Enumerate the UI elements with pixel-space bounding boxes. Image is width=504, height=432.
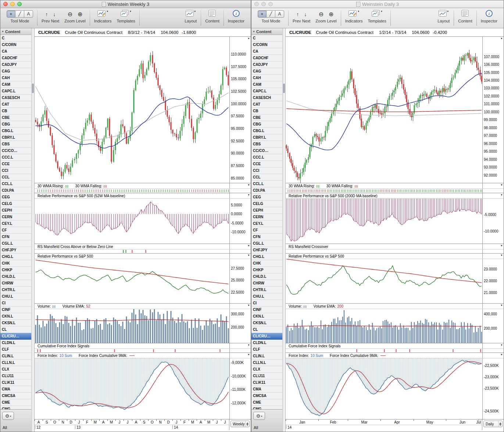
sidebar-item-cam[interactable]: CAM (251, 81, 282, 88)
sidebar-header[interactable]: ▼ Content (0, 28, 31, 35)
zoom-out-button[interactable]: ⊖ (67, 11, 73, 18)
sidebar-item-cadjpy[interactable]: CADJPY (0, 61, 31, 68)
sidebar-item-chfjpy[interactable]: CHFJPY (251, 247, 282, 254)
price-chart-canvas[interactable] (35, 37, 229, 183)
force-index-canvas[interactable] (35, 358, 229, 419)
sidebar-header[interactable]: ▼ Content (251, 28, 282, 35)
sidebar-item-cccl[interactable]: CCC.L (0, 154, 31, 161)
sidebar-item-cbg[interactable]: CBG (0, 121, 31, 128)
sidebar-item-capcl[interactable]: CAPC.L (251, 88, 282, 95)
sidebar-item-ca[interactable]: CA (251, 48, 282, 55)
minimize-button[interactable] (10, 2, 15, 6)
zoom-window-button[interactable] (268, 2, 273, 6)
sidebar-item-clj11[interactable]: CL\J11 (0, 373, 31, 379)
sidebar-item-cadchf[interactable]: CADCHF (251, 55, 282, 61)
sidebar-item-cat[interactable]: CAT (0, 101, 31, 108)
sidebar-item-cl[interactable]: CL (251, 326, 282, 333)
sidebar-item-chkp[interactable]: CHKP (0, 267, 31, 273)
collapse-panel-icon[interactable]: ▼ (247, 244, 250, 247)
rs-chart-canvas[interactable] (286, 259, 482, 303)
sidebar-item-clf[interactable]: CLF (0, 346, 31, 353)
sidebar-item-ceph[interactable]: CEPH (0, 207, 31, 214)
sidebar-item-chtrl[interactable]: CHTR.L (0, 287, 31, 293)
layout-button[interactable]: ▾ (439, 10, 448, 18)
sidebar-item-ccco[interactable]: CC/CO… (0, 148, 31, 154)
close-button[interactable] (254, 2, 259, 6)
content-button[interactable] (208, 10, 216, 18)
sidebar-item-cah[interactable]: CAH (251, 75, 282, 81)
pointer-tool-button[interactable]: ⌖ (258, 10, 267, 18)
sidebar-scrollbar[interactable] (282, 28, 286, 432)
sidebar-item-ccl[interactable]: CCL (0, 174, 31, 181)
sidebar-item-cmcsa[interactable]: CMCSA (0, 393, 31, 399)
sidebar-item-cme[interactable]: CME (251, 399, 282, 406)
sidebar-item-cag[interactable]: CAG (0, 68, 31, 75)
indicators-button[interactable]: ▾ (97, 10, 108, 18)
pointer-tool-button[interactable]: ⌖ (7, 10, 15, 18)
sidebar-item-ci[interactable]: CI (0, 300, 31, 307)
sidebar-item-clk11[interactable]: CL\K11 (0, 379, 31, 386)
sidebar-item-cbryl[interactable]: CBRY.L (0, 134, 31, 141)
sidebar-item-cbgl[interactable]: CBG.L (0, 128, 31, 134)
sidebar-item-cern[interactable]: CERN (0, 214, 31, 220)
sidebar-item-cci[interactable]: CCI (251, 167, 282, 174)
sidebar-item-chfjpy[interactable]: CHFJPY (0, 247, 31, 254)
sidebar-item-casesch[interactable]: CASESCH (0, 95, 31, 101)
sidebar-item-chrw[interactable]: CHRW (0, 280, 31, 287)
sidebar-item-cce[interactable]: CCE (0, 161, 31, 167)
minimize-button[interactable] (261, 2, 266, 6)
sidebar-item-chtrl[interactable]: CHTR.L (251, 287, 282, 293)
rs-chart-canvas[interactable] (35, 259, 229, 303)
sidebar-item-chul[interactable]: CHU.L (251, 293, 282, 300)
collapse-panel-icon[interactable]: ▼ (500, 344, 503, 346)
sidebar-item-cknl[interactable]: CKN.L (251, 313, 282, 320)
zoom-out-button[interactable]: ⊖ (318, 11, 324, 18)
sidebar-item-ceyl[interactable]: CEY.L (251, 220, 282, 227)
sidebar-item-cgll[interactable]: CGL.L (0, 240, 31, 247)
sidebar-item-cksnl[interactable]: CKSN.L (0, 320, 31, 326)
collapse-panel-icon[interactable]: ▼ (500, 194, 503, 196)
titlebar[interactable]: Weinstein Weekly 3 (0, 0, 251, 8)
sidebar-item-chk[interactable]: CHK (251, 260, 282, 267)
sidebar-item-cf[interactable]: CF (0, 227, 31, 234)
text-tool-button[interactable]: A (24, 10, 33, 18)
collapse-panel-icon[interactable]: ▼ (247, 304, 250, 307)
sidebar-item-cma[interactable]: CMA (0, 386, 31, 393)
sidebar-item-ccorn[interactable]: C/CORN (251, 42, 282, 48)
sidebar-item-cl[interactable]: CL (0, 326, 31, 333)
sidebar-item-ci[interactable]: CI (251, 300, 282, 307)
sidebar-item-cinf[interactable]: CINF (251, 307, 282, 313)
sidebar-item-clj11[interactable]: CL\J11 (251, 373, 282, 379)
sidebar-item-cfn[interactable]: CFN (0, 234, 31, 240)
sidebar-item-cah[interactable]: CAH (0, 75, 31, 81)
sidebar-item-chk[interactable]: CHK (0, 260, 31, 267)
sidebar-item-cag[interactable]: CAG (251, 68, 282, 75)
scrollbar-thumb[interactable] (32, 84, 34, 93)
close-button[interactable] (3, 2, 8, 6)
sidebar-item-cci[interactable]: CCI (0, 167, 31, 174)
indicators-button[interactable]: ▾ (348, 10, 359, 18)
sidebar-item-ceph[interactable]: CEPH (251, 207, 282, 214)
sidebar-item-cgll[interactable]: CGL.L (251, 240, 282, 247)
sidebar-item-celg[interactable]: CELG (0, 201, 31, 207)
sidebar-item-cma[interactable]: CMA (251, 386, 282, 393)
sidebar-item-cldnl[interactable]: CLDN.L (0, 340, 31, 346)
sidebar-item-cccl[interactable]: CCC.L (251, 154, 282, 161)
gear-button[interactable]: ⚙▾ (2, 412, 14, 420)
collapse-panel-icon[interactable]: ▼ (500, 353, 503, 356)
sidebar-item-cb[interactable]: CB (251, 108, 282, 114)
sidebar-scrollbar[interactable] (31, 28, 35, 432)
sidebar-item-clx[interactable]: CLX (251, 366, 282, 373)
collapse-panel-icon[interactable]: ▼ (247, 184, 250, 186)
sidebar-item-c[interactable]: C (251, 35, 282, 42)
sidebar-item-cce[interactable]: CCE (251, 161, 282, 167)
sidebar-item-cbgl[interactable]: CBG.L (251, 128, 282, 134)
sidebar-item-c[interactable]: C (0, 35, 31, 42)
sidebar-item-cbs[interactable]: CBS (0, 141, 31, 148)
sidebar-item-ceg[interactable]: CEG (0, 194, 31, 201)
sidebar-item-cf[interactable]: CF (251, 227, 282, 234)
sidebar-item-cdipa[interactable]: CDI.PA (0, 187, 31, 194)
zoom-window-button[interactable] (17, 2, 22, 6)
time-axis-months[interactable]: JanFebMarAprMayJunJul (286, 419, 482, 425)
sidebar-item-clx[interactable]: CLX (0, 366, 31, 373)
